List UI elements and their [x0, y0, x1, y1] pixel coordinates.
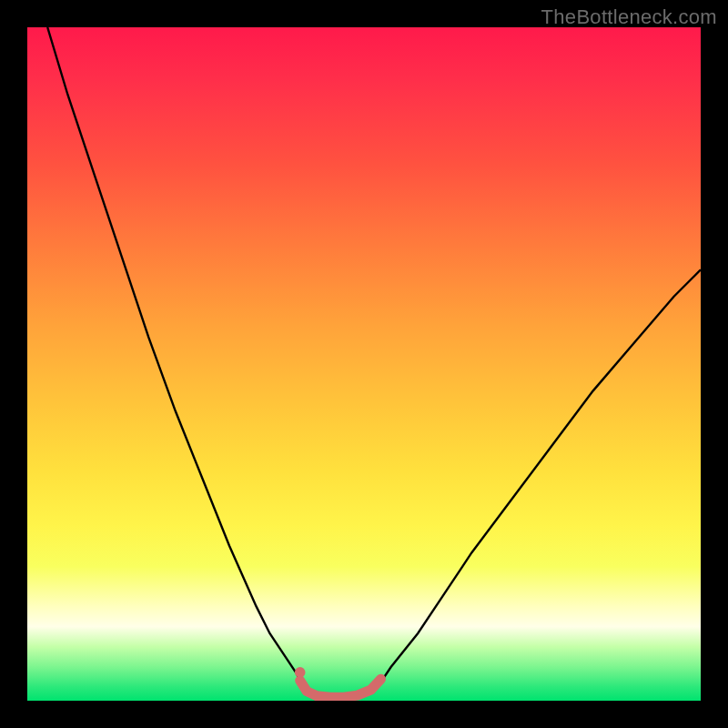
chart-frame: TheBottleneck.com	[0, 0, 728, 728]
chart-svg	[27, 27, 701, 701]
watermark-text: TheBottleneck.com	[541, 5, 717, 29]
marker-0	[295, 667, 306, 678]
series-left-curve	[47, 27, 303, 687]
series-right-curve	[378, 269, 701, 687]
plot-area	[27, 27, 701, 701]
series-bottom-accent	[300, 679, 381, 697]
